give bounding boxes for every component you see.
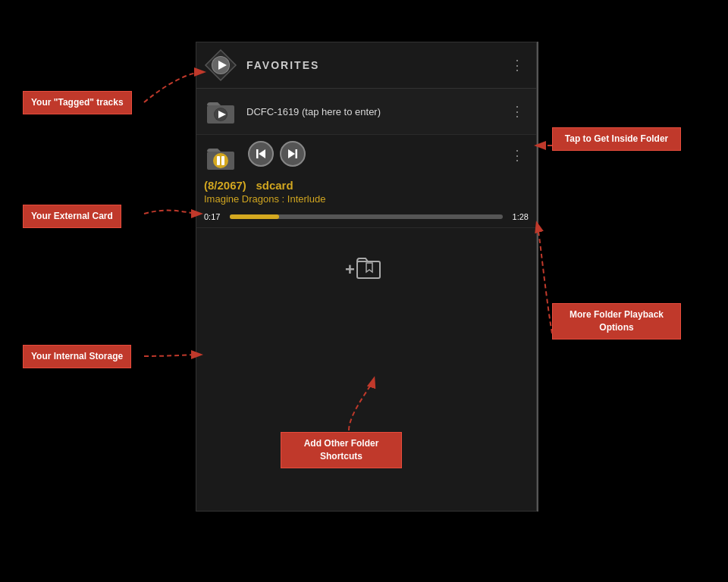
track-count-source: (8/2067) sdcard <box>204 179 529 192</box>
annotation-add-shortcuts: Add Other Folder Shortcuts <box>281 432 402 468</box>
dcfc-folder-row[interactable]: DCFC-1619 (tap here to enter) ⋮ <box>196 89 536 135</box>
favorites-icon <box>204 48 237 82</box>
playing-row: ⋮ (8/2067) sdcard Imagine Dragons : Inte… <box>196 135 536 228</box>
track-source: sdcard <box>256 179 293 192</box>
playing-menu-button[interactable]: ⋮ <box>506 144 529 167</box>
svg-rect-12 <box>256 149 259 158</box>
time-current: 0:17 <box>204 212 225 221</box>
playing-folder-icon <box>204 141 237 174</box>
svg-marker-18 <box>366 263 372 272</box>
favorites-row[interactable]: FAVORITES ⋮ <box>196 42 536 89</box>
track-info: (8/2067) sdcard Imagine Dragons : Interl… <box>204 174 529 208</box>
vertical-divider <box>537 42 538 512</box>
svg-marker-13 <box>259 149 265 158</box>
svg-rect-14 <box>296 149 298 158</box>
annotation-more-options: More Folder Playback Options <box>552 303 681 340</box>
svg-marker-15 <box>288 149 295 158</box>
svg-text:+: + <box>345 260 355 279</box>
annotation-external-card: Your External Card <box>23 205 121 228</box>
prev-button[interactable] <box>248 141 274 167</box>
svg-rect-10 <box>217 156 220 165</box>
dcfc-folder-icon <box>204 95 237 128</box>
progress-fill <box>230 214 279 219</box>
annotation-internal-storage: Your Internal Storage <box>23 345 131 368</box>
dcfc-menu-button[interactable]: ⋮ <box>506 100 529 123</box>
progress-bar: 0:17 1:28 <box>204 212 529 221</box>
add-folder-row[interactable]: + <box>196 228 536 311</box>
svg-point-9 <box>213 153 228 168</box>
track-artist: Imagine Dragons : Interlude <box>204 193 529 205</box>
progress-track[interactable] <box>230 214 503 219</box>
svg-rect-11 <box>221 156 224 165</box>
time-total: 1:28 <box>507 212 529 221</box>
dcfc-folder-label: DCFC-1619 (tap here to enter) <box>246 106 506 117</box>
playback-controls <box>245 141 506 167</box>
annotation-tagged-tracks: Your "Tagged" tracks <box>23 91 132 114</box>
favorites-menu-button[interactable]: ⋮ <box>506 54 529 77</box>
next-button[interactable] <box>280 141 306 167</box>
add-folder-icon[interactable]: + <box>344 251 389 289</box>
annotation-tap-inside: Tap to Get Inside Folder <box>552 127 681 151</box>
track-count: (8/2067) <box>204 179 246 192</box>
favorites-label: FAVORITES <box>246 59 506 71</box>
